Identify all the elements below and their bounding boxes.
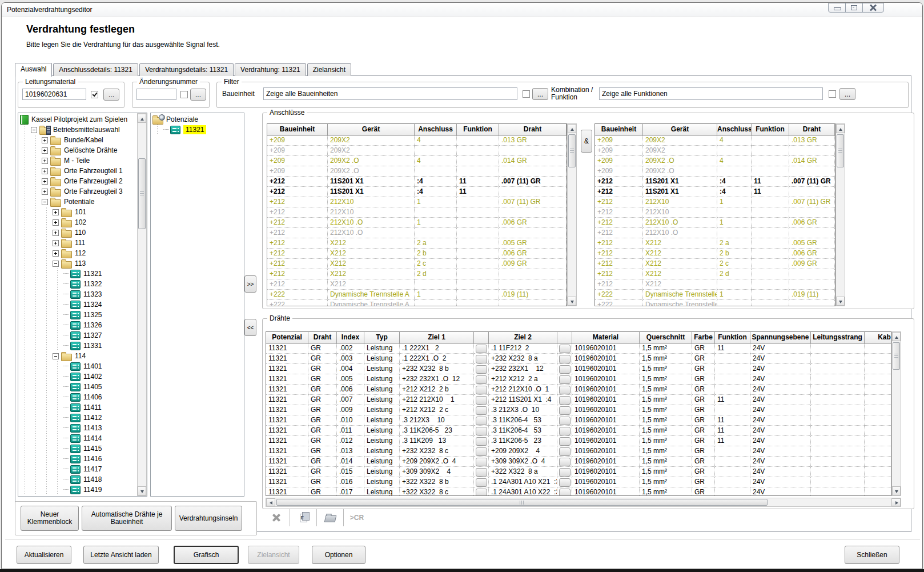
tree-expander-plus-icon[interactable] [42,168,48,174]
tree-expander-plus-icon[interactable] [53,209,59,215]
column-header[interactable]: Draht [499,124,567,135]
tree-expander-minus-icon[interactable] [53,261,59,267]
table-row[interactable]: +212X212 [267,279,567,290]
tree-item[interactable]: 11414 [20,433,136,443]
tab-auswahl[interactable]: Auswahl [15,63,52,77]
target-detail-button[interactable] [476,427,487,435]
column-header[interactable]: Typ [364,332,400,343]
table-row[interactable]: 11321GR.017Leistung+322 X322 8 c.1 24A30… [266,487,891,496]
column-header[interactable]: Kab [865,332,891,343]
column-header[interactable]: Potenzial [266,332,308,343]
target-detail-button[interactable] [559,458,571,466]
tree-expander-plus-icon[interactable] [53,250,59,257]
table-row[interactable]: +21211S201 X1:411 [595,187,835,197]
table-row[interactable]: +212212X10 [595,207,835,218]
tree-item[interactable]: 112 [20,248,136,258]
target-detail-button[interactable] [476,478,487,487]
table-row[interactable]: 11321GR.002Leistung.1 222X1 2.1 11F212 2… [266,343,891,354]
table-row[interactable]: +212212X101.007 (11) GR [267,197,567,207]
target-detail-button[interactable] [476,386,487,394]
column-header[interactable]: Farbe [692,332,715,343]
column-header[interactable]: Ziel 1 [400,332,474,343]
table-row[interactable]: +21211S201 X1:411 [267,187,567,197]
baueinheit-browse-button[interactable]: ... [532,88,548,100]
scroll-left-button[interactable] [266,498,275,506]
target-detail-button[interactable] [476,375,487,384]
target-detail-button[interactable] [559,468,571,477]
tree-item[interactable]: Kassel Pilotprojekt zum Spielen [20,114,136,125]
tree-item[interactable]: Potentiale [20,197,136,207]
target-detail-button[interactable] [476,355,487,363]
target-detail-button[interactable] [476,417,487,425]
funktion-browse-button[interactable]: ... [839,88,855,100]
tree-item[interactable]: 11402 [20,371,136,382]
draehte-horizontal-scrollbar[interactable] [266,498,901,507]
leitungsmaterial-checkbox[interactable] [91,91,98,98]
scroll-down-button[interactable] [836,297,845,306]
tree-item[interactable]: 11412 [20,413,136,423]
tree-item[interactable]: 11416 [20,454,136,464]
tree-expander-minus-icon[interactable] [53,353,59,359]
aenderungsnummer-browse-button[interactable]: ... [190,89,206,101]
tree-item[interactable]: 11326 [20,320,136,330]
column-header[interactable]: Anschluss [415,124,457,135]
table-row[interactable]: +222Dynamische Trennstelle A [267,300,567,306]
table-row[interactable]: +209209X24.013 GR [267,135,567,146]
letzte-ansicht-laden-button[interactable]: Letzte Ansicht laden [83,546,159,564]
scroll-up-button[interactable] [892,332,901,341]
close-icon[interactable] [862,3,884,13]
tree-item[interactable]: 11418 [20,474,136,485]
scrollbar-thumb[interactable] [276,499,768,506]
table-row[interactable]: +212X2122 d [595,269,835,279]
table-row[interactable]: 11321GR.006Leistung+212 X212 2 b+212 212… [266,385,891,395]
tree-item[interactable]: 11419 [20,485,136,495]
table-row[interactable]: +212X2122 a.005 GR [595,238,835,249]
target-detail-button[interactable] [476,468,487,477]
table-row[interactable]: +222Dynamische Trennstelle A1.019 (11) [595,290,835,300]
target-detail-button[interactable] [559,447,571,456]
table-row[interactable]: 11321GR.014Leistung+209 209X2 .O 4+309 3… [266,457,891,467]
new-terminal-block-button[interactable]: Neuer Klemmenblock [21,506,79,531]
aktualisieren-button[interactable]: Aktualisieren [17,546,71,564]
target-detail-button[interactable] [559,345,571,353]
target-detail-button[interactable] [476,489,487,496]
copy-wire-button[interactable] [290,509,317,526]
tree-item[interactable]: 102 [20,217,136,227]
target-detail-button[interactable] [559,437,571,446]
project-tree-scrollbar[interactable] [137,113,147,496]
table-row[interactable]: +21211S201 X1:411.007 (11) GR [595,177,835,187]
move-right-button[interactable]: >> [244,275,256,293]
tree-item[interactable]: Orte Fahrzeugteil 3 [20,186,136,197]
tree-expander-plus-icon[interactable] [42,189,48,195]
minimize-button[interactable] [828,3,846,13]
tree-item[interactable]: Orte Fahrzeugteil 1 [20,166,136,176]
target-detail-button[interactable] [476,458,487,466]
column-header[interactable] [474,332,489,343]
tree-expander-plus-icon[interactable] [42,147,48,154]
column-header[interactable]: Ziel 2 [489,332,557,343]
table-row[interactable]: +209209X24.013 GR [595,135,835,146]
scrollbar-thumb[interactable] [138,158,146,229]
table-row[interactable]: 11321GR.012Leistung.3 11K209 13.3 11K206… [266,436,891,446]
table-row[interactable]: 11321GR.015Leistung+309 309X2 4+322 X322… [266,467,891,477]
target-detail-button[interactable] [559,478,571,487]
scroll-up-button[interactable] [836,124,845,133]
table-row[interactable]: +209209X2 [267,146,567,156]
scrollbar-thumb[interactable] [568,134,576,167]
column-header[interactable]: Funktion [752,124,789,135]
column-header[interactable]: Funktion [457,124,499,135]
column-header[interactable]: Querschnitt [640,332,692,343]
table-row[interactable]: 11321GR.011Leistung.3 11K206-5 23.3 11K2… [266,426,891,436]
table-row[interactable]: +212212X10 .O1.006 GR [595,218,835,228]
column-header[interactable]: Baueinheit [595,124,643,135]
table-row[interactable]: 11321GR.004Leistung+232 X232 8 b+232 232… [266,364,891,374]
title-bar[interactable]: Potenzialverdrahtungseditor [2,3,922,17]
tab-verdrahtung-11321[interactable]: Verdrahtung: 11321 [235,63,306,76]
target-detail-button[interactable] [559,427,571,435]
draehte-vertical-scrollbar[interactable] [891,331,901,496]
tree-item[interactable]: Bunde/Kabel [20,135,136,145]
column-header[interactable]: Anschluss [717,124,752,135]
grafisch-button[interactable]: Grafisch [174,546,239,564]
funktion-filter-checkbox[interactable] [829,90,836,98]
anschluesse-left-scrollbar[interactable] [567,123,577,306]
